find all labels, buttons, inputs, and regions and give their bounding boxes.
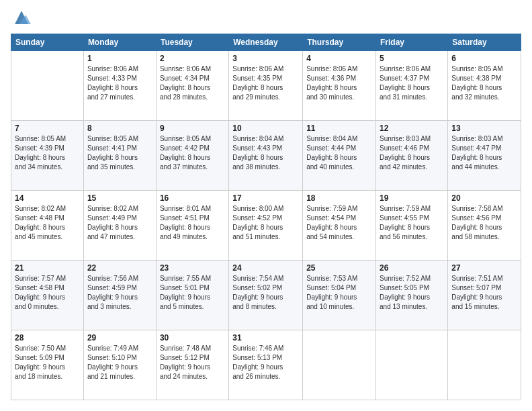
day-info: Sunrise: 8:03 AMSunset: 4:47 PMDaylight:… (451, 134, 517, 172)
day-number: 28 (15, 333, 80, 342)
day-number: 10 (232, 124, 299, 133)
table-row: 21Sunrise: 7:57 AMSunset: 4:58 PMDayligh… (11, 261, 84, 330)
day-number: 8 (87, 124, 152, 133)
day-info: Sunrise: 7:46 AMSunset: 5:13 PMDaylight:… (232, 344, 299, 381)
table-row: 31Sunrise: 7:46 AMSunset: 5:13 PMDayligh… (229, 330, 303, 400)
day-info: Sunrise: 8:05 AMSunset: 4:39 PMDaylight:… (15, 134, 80, 172)
day-info: Sunrise: 8:02 AMSunset: 4:48 PMDaylight:… (15, 204, 80, 242)
day-info: Sunrise: 8:00 AMSunset: 4:52 PMDaylight:… (232, 204, 299, 242)
table-row: 16Sunrise: 8:01 AMSunset: 4:51 PMDayligh… (156, 191, 228, 261)
table-row: 19Sunrise: 7:59 AMSunset: 4:55 PMDayligh… (376, 191, 448, 261)
day-number: 7 (15, 124, 80, 133)
col-saturday: Saturday (448, 34, 521, 51)
day-info: Sunrise: 7:53 AMSunset: 5:04 PMDaylight:… (306, 274, 372, 312)
table-row: 15Sunrise: 8:02 AMSunset: 4:49 PMDayligh… (83, 191, 156, 261)
table-row: 17Sunrise: 8:00 AMSunset: 4:52 PMDayligh… (229, 191, 303, 261)
day-number: 26 (380, 263, 444, 273)
table-row (303, 330, 376, 400)
table-row (376, 330, 448, 400)
week-row-5: 28Sunrise: 7:50 AMSunset: 5:09 PMDayligh… (11, 330, 521, 400)
table-row: 23Sunrise: 7:55 AMSunset: 5:01 PMDayligh… (156, 261, 228, 330)
day-number: 23 (160, 263, 225, 273)
day-info: Sunrise: 8:05 AMSunset: 4:38 PMDaylight:… (451, 64, 517, 102)
col-sunday: Sunday (11, 34, 84, 51)
table-row: 25Sunrise: 7:53 AMSunset: 5:04 PMDayligh… (303, 261, 376, 330)
header-row: Sunday Monday Tuesday Wednesday Thursday… (11, 34, 521, 51)
table-row: 1Sunrise: 8:06 AMSunset: 4:33 PMDaylight… (83, 51, 156, 121)
day-number: 16 (160, 193, 225, 203)
day-number: 3 (232, 54, 299, 63)
day-info: Sunrise: 8:01 AMSunset: 4:51 PMDaylight:… (160, 204, 225, 242)
day-info: Sunrise: 7:54 AMSunset: 5:02 PMDaylight:… (232, 274, 299, 312)
table-row: 29Sunrise: 7:49 AMSunset: 5:10 PMDayligh… (83, 330, 156, 400)
table-row: 4Sunrise: 8:06 AMSunset: 4:36 PMDaylight… (303, 51, 376, 121)
day-number: 19 (380, 193, 444, 203)
table-row: 26Sunrise: 7:52 AMSunset: 5:05 PMDayligh… (376, 261, 448, 330)
day-number: 18 (306, 193, 372, 203)
day-number: 4 (306, 54, 372, 63)
col-thursday: Thursday (303, 34, 376, 51)
day-info: Sunrise: 8:05 AMSunset: 4:41 PMDaylight:… (87, 134, 152, 172)
day-info: Sunrise: 8:06 AMSunset: 4:35 PMDaylight:… (232, 64, 299, 102)
day-info: Sunrise: 8:04 AMSunset: 4:44 PMDaylight:… (306, 134, 372, 172)
table-row: 11Sunrise: 8:04 AMSunset: 4:44 PMDayligh… (303, 121, 376, 191)
table-row: 27Sunrise: 7:51 AMSunset: 5:07 PMDayligh… (448, 261, 521, 330)
day-number: 21 (15, 263, 80, 273)
day-number: 29 (87, 333, 152, 342)
day-info: Sunrise: 8:06 AMSunset: 4:37 PMDaylight:… (380, 64, 444, 102)
day-number: 15 (87, 193, 152, 203)
week-row-4: 21Sunrise: 7:57 AMSunset: 4:58 PMDayligh… (11, 261, 521, 330)
day-info: Sunrise: 7:50 AMSunset: 5:09 PMDaylight:… (15, 344, 80, 381)
table-row: 13Sunrise: 8:03 AMSunset: 4:47 PMDayligh… (448, 121, 521, 191)
table-row (448, 330, 521, 400)
day-number: 11 (306, 124, 372, 133)
table-row: 24Sunrise: 7:54 AMSunset: 5:02 PMDayligh… (229, 261, 303, 330)
table-row: 14Sunrise: 8:02 AMSunset: 4:48 PMDayligh… (11, 191, 84, 261)
col-wednesday: Wednesday (229, 34, 303, 51)
day-info: Sunrise: 7:58 AMSunset: 4:56 PMDaylight:… (451, 204, 517, 242)
day-number: 31 (232, 333, 299, 342)
col-friday: Friday (376, 34, 448, 51)
day-number: 30 (160, 333, 225, 342)
day-info: Sunrise: 8:05 AMSunset: 4:42 PMDaylight:… (160, 134, 225, 172)
table-row: 6Sunrise: 8:05 AMSunset: 4:38 PMDaylight… (448, 51, 521, 121)
day-info: Sunrise: 8:06 AMSunset: 4:36 PMDaylight:… (306, 64, 372, 102)
col-tuesday: Tuesday (156, 34, 228, 51)
day-info: Sunrise: 7:51 AMSunset: 5:07 PMDaylight:… (451, 274, 517, 312)
day-number: 9 (160, 124, 225, 133)
day-number: 22 (87, 263, 152, 273)
day-number: 12 (380, 124, 444, 133)
day-number: 25 (306, 263, 372, 273)
day-number: 6 (451, 54, 517, 63)
day-info: Sunrise: 7:49 AMSunset: 5:10 PMDaylight:… (87, 344, 152, 381)
day-number: 14 (15, 193, 80, 203)
day-info: Sunrise: 7:48 AMSunset: 5:12 PMDaylight:… (160, 344, 225, 381)
table-row: 10Sunrise: 8:04 AMSunset: 4:43 PMDayligh… (229, 121, 303, 191)
day-number: 24 (232, 263, 299, 273)
day-info: Sunrise: 7:56 AMSunset: 4:59 PMDaylight:… (87, 274, 152, 312)
day-info: Sunrise: 7:59 AMSunset: 4:55 PMDaylight:… (380, 204, 444, 242)
table-row: 12Sunrise: 8:03 AMSunset: 4:46 PMDayligh… (376, 121, 448, 191)
table-row: 3Sunrise: 8:06 AMSunset: 4:35 PMDaylight… (229, 51, 303, 121)
week-row-3: 14Sunrise: 8:02 AMSunset: 4:48 PMDayligh… (11, 191, 521, 261)
col-monday: Monday (83, 34, 156, 51)
table-row: 28Sunrise: 7:50 AMSunset: 5:09 PMDayligh… (11, 330, 84, 400)
day-info: Sunrise: 8:04 AMSunset: 4:43 PMDaylight:… (232, 134, 299, 172)
day-info: Sunrise: 8:03 AMSunset: 4:46 PMDaylight:… (380, 134, 444, 172)
day-info: Sunrise: 7:59 AMSunset: 4:54 PMDaylight:… (306, 204, 372, 242)
logo (11, 11, 31, 27)
day-info: Sunrise: 7:52 AMSunset: 5:05 PMDaylight:… (380, 274, 444, 312)
week-row-2: 7Sunrise: 8:05 AMSunset: 4:39 PMDaylight… (11, 121, 521, 191)
day-info: Sunrise: 8:02 AMSunset: 4:49 PMDaylight:… (87, 204, 152, 242)
day-info: Sunrise: 8:06 AMSunset: 4:34 PMDaylight:… (160, 64, 225, 102)
table-row: 7Sunrise: 8:05 AMSunset: 4:39 PMDaylight… (11, 121, 84, 191)
table-row: 5Sunrise: 8:06 AMSunset: 4:37 PMDaylight… (376, 51, 448, 121)
table-row: 8Sunrise: 8:05 AMSunset: 4:41 PMDaylight… (83, 121, 156, 191)
day-number: 5 (380, 54, 444, 63)
table-row: 9Sunrise: 8:05 AMSunset: 4:42 PMDaylight… (156, 121, 228, 191)
page: Sunday Monday Tuesday Wednesday Thursday… (0, 0, 532, 411)
table-row: 22Sunrise: 7:56 AMSunset: 4:59 PMDayligh… (83, 261, 156, 330)
table-row: 2Sunrise: 8:06 AMSunset: 4:34 PMDaylight… (156, 51, 228, 121)
day-info: Sunrise: 8:06 AMSunset: 4:33 PMDaylight:… (87, 64, 152, 102)
calendar-table: Sunday Monday Tuesday Wednesday Thursday… (11, 34, 521, 400)
